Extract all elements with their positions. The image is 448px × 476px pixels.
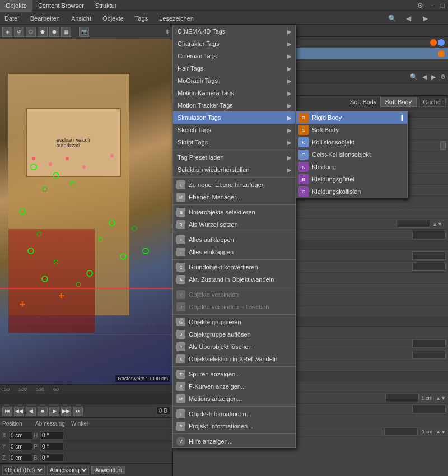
attr-nav-right[interactable]: ▶ [429, 73, 438, 81]
menu-objekte[interactable]: Objekte [100, 14, 126, 23]
vp-tool-2[interactable]: ↺ [14, 27, 24, 37]
play-stop[interactable]: ■ [38, 407, 48, 416]
ctx-simulation-tags[interactable]: Simulation Tags ▶ [173, 111, 295, 124]
ctx-tag-preset[interactable]: Tag Preset laden ▶ [173, 151, 295, 164]
ctx-objekt-info[interactable]: i Objekt-Informationen... [173, 408, 295, 420]
ctx-fcurves[interactable]: F F-Kurven anzeigen... [173, 380, 295, 393]
ctx-motion-kamera-tags[interactable]: Motion Kamera Tags ▶ [173, 87, 295, 99]
vp-tool-6[interactable]: ▦ [61, 27, 71, 37]
context-menu: CINEMA 4D Tags ▶ Charakter Tags ▶ Cinema… [172, 25, 296, 448]
ctx-xref[interactable]: X Objektselektion in XRef wandeln [173, 353, 295, 365]
ctx-hair-tags[interactable]: Hair Tags ▶ [173, 62, 295, 74]
y-position-input[interactable] [9, 442, 32, 451]
search-icon[interactable]: 🔍 [388, 15, 396, 22]
submenu-rigid-body[interactable]: R Rigid Body ▌ [296, 111, 407, 124]
ctx-als-ueberobjekt[interactable]: P Als Überobjekt löschen [173, 340, 295, 353]
ctx-objektgruppe-aufloesen[interactable]: U Objektgruppe auflösen [173, 328, 295, 340]
motion-tracker-label: Motion Tracker Tags [178, 102, 233, 109]
ctx-motions[interactable]: M Motions anzeigen... [173, 393, 295, 405]
submenu-kleidungsguerte[interactable]: B Kleidungsgürtel [296, 173, 407, 185]
ctx-sketch-tags[interactable]: Sketch Tags ▶ [173, 124, 295, 136]
b-input[interactable] [40, 454, 64, 462]
ctx-charakter-tags[interactable]: Charakter Tags ▶ [173, 38, 295, 50]
ctx-unterobjekte[interactable]: S Unterobjekte selektieren [173, 206, 295, 218]
submenu-soft-body[interactable]: S Soft Body [296, 124, 407, 136]
submenu-kleidungskollision[interactable]: C Kleidungskollision [296, 185, 407, 198]
z-position-input[interactable] [9, 454, 32, 462]
reibung-sb-input[interactable] [412, 351, 446, 359]
ctx-motion-tracker-tags[interactable]: Motion Tracker Tags ▶ [173, 99, 295, 111]
viewport-canvas: esclusi i veicoliautorizzati [0, 39, 172, 384]
layer-mgr-icon: M [176, 193, 185, 202]
ctx-grundobjekt[interactable]: C Grundobjekt konvertieren [173, 261, 295, 273]
startzust-button[interactable] [440, 141, 446, 150]
ctx-cineman-tags[interactable]: Cineman Tags ▶ [173, 50, 295, 62]
p-input[interactable] [40, 442, 64, 451]
top-tab-bar: Objekte Content Browser Struktur ⚙ − □ [0, 0, 448, 12]
play-fwd[interactable]: ▶ [49, 407, 59, 416]
obj-rel-select[interactable]: Objekt (Rel) [2, 465, 45, 475]
vp-tool-camera[interactable]: 📷 [79, 27, 89, 37]
play-prev[interactable]: ◀◀ [14, 407, 24, 416]
ctx-cinema4d-tags[interactable]: CINEMA 4D Tags ▶ [173, 25, 295, 38]
vp-settings[interactable]: ⚙ [165, 29, 170, 35]
play-next[interactable]: ▶▶ [61, 407, 71, 416]
ctx-alles-einklappen[interactable]: - Alles einklappen [173, 246, 295, 258]
menu-ansicht[interactable]: Ansicht [69, 14, 94, 23]
vp-tool-3[interactable]: ⬡ [26, 27, 36, 37]
individuell-input[interactable] [412, 263, 446, 271]
submenu-geist-kollisionsobjekt[interactable]: G Geist-Kollisionsobjekt [296, 148, 407, 161]
attr-search[interactable]: 🔍 [408, 73, 420, 81]
ctx-spuren[interactable]: T Spuren anzeigen... [173, 368, 295, 380]
ctx-ebenen-manager[interactable]: M Ebenen-Manager... [173, 191, 295, 203]
ctx-skript-tags[interactable]: Skript Tags ▶ [173, 136, 295, 148]
motions-icon: M [176, 394, 185, 403]
ctx-projekt-info[interactable]: P Projekt-Informationen... [173, 420, 295, 432]
elastizitaet-input[interactable] [412, 339, 446, 348]
sb-tab-softbody[interactable]: Soft Body [380, 97, 417, 107]
tab-struktur[interactable]: Struktur [90, 0, 123, 12]
nav-forward[interactable]: ▶ [420, 15, 430, 22]
vp-tool-5[interactable]: ⬢ [49, 27, 59, 37]
abmessung-select[interactable]: Abmessung [47, 465, 89, 475]
tab-content-browser[interactable]: Content Browser [32, 0, 90, 12]
anwenden-button[interactable]: Anwenden [91, 466, 125, 474]
attr-settings[interactable]: ⚙ [438, 73, 448, 81]
x-position-input[interactable] [9, 431, 32, 440]
attr-nav-left[interactable]: ◀ [420, 73, 429, 81]
ctx-objekte-verbinden-loeschen[interactable]: D Objekte verbinden + Löschen [173, 301, 295, 313]
tab-objekte[interactable]: Objekte [0, 0, 32, 12]
vp-tool-4[interactable]: ⬟ [38, 27, 48, 37]
h-input[interactable] [40, 431, 64, 440]
dichte-input[interactable] [385, 394, 419, 402]
ctx-als-wurzel[interactable]: R Als Wurzel setzen [173, 218, 295, 231]
ctx-alles-aufklappen[interactable]: + Alles aufklappen [173, 234, 295, 246]
menu-datei[interactable]: Datei [2, 14, 21, 23]
soft-body-icon: S [298, 125, 309, 135]
sb-tab-cache[interactable]: Cache [418, 97, 446, 107]
ctx-akt-zustand[interactable]: A Akt. Zustand in Objekt wandeln [173, 273, 295, 286]
hierarchie-input[interactable] [412, 251, 446, 260]
ctx-mograph-tags[interactable]: MoGraph Tags ▶ [173, 74, 295, 87]
timeline-track[interactable] [0, 394, 172, 404]
ctx-selektion-wiederherstellen[interactable]: Selektion wiederherstellen ▶ [173, 164, 295, 176]
ctx-hilfe[interactable]: ? Hilfe anzeigen... [173, 435, 295, 447]
menu-tags[interactable]: Tags [133, 14, 150, 23]
schwerpunkt-input[interactable] [384, 427, 418, 436]
play-end[interactable]: ⏭ [73, 407, 83, 416]
menu-lesezeichen[interactable]: Lesezeichen [157, 14, 196, 23]
proj-info-icon: P [176, 422, 185, 431]
winkelges-input[interactable] [412, 231, 446, 239]
vp-tool-1[interactable]: ◈ [2, 27, 12, 37]
play-start[interactable]: ⏮ [2, 407, 12, 416]
submenu-kleidung[interactable]: K Kleidung [296, 161, 407, 173]
submenu-kollisionsobjekt[interactable]: K Kollisionsobjekt [296, 136, 407, 148]
play-back[interactable]: ◀ [26, 407, 36, 416]
menu-bearbeiten[interactable]: Bearbeiten [28, 14, 62, 23]
nav-back[interactable]: ◀ [403, 15, 413, 22]
ctx-objekte-verbinden[interactable]: V Objekte verbinden [173, 288, 295, 301]
rotationsm-input[interactable] [412, 405, 446, 413]
ctx-objekte-gruppieren[interactable]: G Objekte gruppieren [173, 316, 295, 328]
ctx-zu-neuer-ebene[interactable]: L Zu neuer Ebene hinzufügen [173, 179, 295, 191]
linearer-g-input[interactable] [396, 220, 430, 228]
